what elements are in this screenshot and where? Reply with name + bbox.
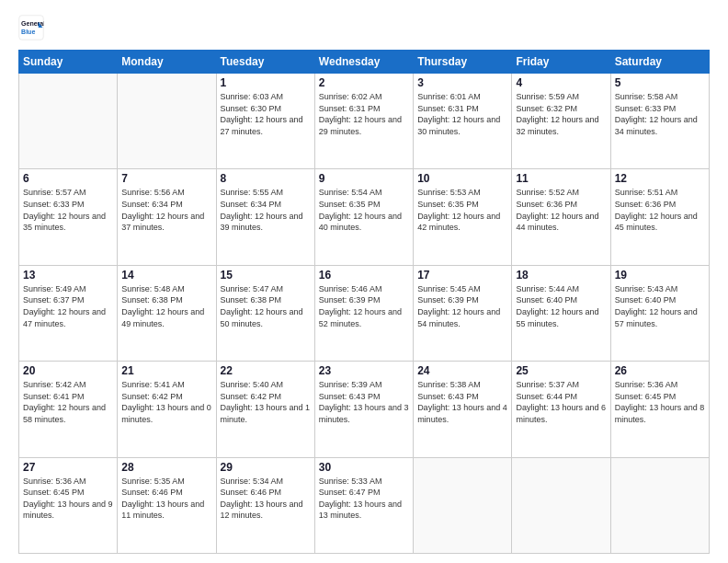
day-info: Sunrise: 5:44 AM Sunset: 6:40 PM Dayligh… (516, 283, 606, 329)
calendar-cell: 4Sunrise: 5:59 AM Sunset: 6:32 PM Daylig… (512, 74, 610, 169)
day-info: Sunrise: 5:40 AM Sunset: 6:42 PM Dayligh… (221, 379, 311, 425)
day-info: Sunrise: 5:41 AM Sunset: 6:42 PM Dayligh… (121, 379, 211, 425)
day-number: 22 (221, 364, 311, 377)
day-number: 17 (417, 269, 507, 282)
day-number: 14 (121, 269, 211, 282)
day-info: Sunrise: 5:55 AM Sunset: 6:34 PM Dayligh… (221, 187, 311, 233)
calendar-cell: 14Sunrise: 5:48 AM Sunset: 6:38 PM Dayli… (118, 265, 216, 361)
day-number: 1 (221, 76, 311, 89)
day-number: 4 (516, 76, 606, 89)
calendar-week-row: 27Sunrise: 5:36 AM Sunset: 6:45 PM Dayli… (19, 457, 710, 553)
day-info: Sunrise: 5:35 AM Sunset: 6:46 PM Dayligh… (121, 476, 211, 522)
day-number: 20 (23, 364, 113, 377)
header: General Blue (18, 15, 710, 40)
day-info: Sunrise: 5:56 AM Sunset: 6:34 PM Dayligh… (121, 187, 211, 233)
calendar-cell: 24Sunrise: 5:38 AM Sunset: 6:43 PM Dayli… (414, 362, 512, 457)
day-number: 24 (417, 364, 507, 377)
calendar-cell: 12Sunrise: 5:51 AM Sunset: 6:36 PM Dayli… (610, 169, 709, 265)
svg-text:Blue: Blue (21, 29, 35, 35)
calendar-cell: 11Sunrise: 5:52 AM Sunset: 6:36 PM Dayli… (512, 169, 610, 265)
calendar-cell (118, 74, 216, 169)
day-info: Sunrise: 5:46 AM Sunset: 6:39 PM Dayligh… (319, 283, 409, 329)
day-number: 27 (23, 461, 113, 474)
weekday-header-friday: Friday (512, 51, 610, 74)
day-number: 11 (516, 172, 606, 185)
calendar-cell: 3Sunrise: 6:01 AM Sunset: 6:31 PM Daylig… (414, 74, 512, 169)
day-number: 21 (121, 364, 211, 377)
day-number: 3 (417, 76, 507, 89)
calendar-cell (610, 457, 709, 553)
weekday-header-monday: Monday (118, 51, 216, 74)
calendar-week-row: 1Sunrise: 6:03 AM Sunset: 6:30 PM Daylig… (19, 74, 710, 169)
day-number: 7 (121, 172, 211, 185)
calendar-cell (19, 74, 118, 169)
calendar-cell: 23Sunrise: 5:39 AM Sunset: 6:43 PM Dayli… (314, 362, 413, 457)
day-info: Sunrise: 5:43 AM Sunset: 6:40 PM Dayligh… (615, 283, 705, 329)
day-info: Sunrise: 6:02 AM Sunset: 6:31 PM Dayligh… (319, 91, 409, 137)
day-number: 29 (221, 461, 311, 474)
day-number: 6 (23, 172, 113, 185)
calendar-cell (414, 457, 512, 553)
day-info: Sunrise: 5:53 AM Sunset: 6:35 PM Dayligh… (417, 187, 507, 233)
day-number: 28 (121, 461, 211, 474)
day-info: Sunrise: 5:45 AM Sunset: 6:39 PM Dayligh… (417, 283, 507, 329)
calendar-cell: 22Sunrise: 5:40 AM Sunset: 6:42 PM Dayli… (216, 362, 314, 457)
logo: General Blue (18, 15, 44, 40)
calendar-cell: 20Sunrise: 5:42 AM Sunset: 6:41 PM Dayli… (19, 362, 118, 457)
calendar-cell: 21Sunrise: 5:41 AM Sunset: 6:42 PM Dayli… (118, 362, 216, 457)
calendar-cell: 10Sunrise: 5:53 AM Sunset: 6:35 PM Dayli… (414, 169, 512, 265)
day-info: Sunrise: 6:01 AM Sunset: 6:31 PM Dayligh… (417, 91, 507, 137)
day-info: Sunrise: 5:58 AM Sunset: 6:33 PM Dayligh… (615, 91, 705, 137)
logo-icon: General Blue (18, 15, 44, 40)
weekday-header-thursday: Thursday (414, 51, 512, 74)
calendar-cell: 17Sunrise: 5:45 AM Sunset: 6:39 PM Dayli… (414, 265, 512, 361)
day-number: 10 (417, 172, 507, 185)
day-number: 8 (221, 172, 311, 185)
day-info: Sunrise: 5:38 AM Sunset: 6:43 PM Dayligh… (417, 379, 507, 425)
day-info: Sunrise: 5:48 AM Sunset: 6:38 PM Dayligh… (121, 283, 211, 329)
day-number: 2 (319, 76, 409, 89)
calendar-cell: 27Sunrise: 5:36 AM Sunset: 6:45 PM Dayli… (19, 457, 118, 553)
weekday-header-wednesday: Wednesday (314, 51, 413, 74)
day-number: 30 (319, 461, 409, 474)
calendar-cell: 8Sunrise: 5:55 AM Sunset: 6:34 PM Daylig… (216, 169, 314, 265)
calendar-week-row: 20Sunrise: 5:42 AM Sunset: 6:41 PM Dayli… (19, 362, 710, 457)
day-info: Sunrise: 5:57 AM Sunset: 6:33 PM Dayligh… (23, 187, 113, 233)
day-info: Sunrise: 5:36 AM Sunset: 6:45 PM Dayligh… (615, 379, 705, 425)
weekday-header-row: SundayMondayTuesdayWednesdayThursdayFrid… (19, 51, 710, 74)
calendar-cell: 6Sunrise: 5:57 AM Sunset: 6:33 PM Daylig… (19, 169, 118, 265)
day-info: Sunrise: 5:36 AM Sunset: 6:45 PM Dayligh… (23, 476, 113, 522)
day-info: Sunrise: 5:42 AM Sunset: 6:41 PM Dayligh… (23, 379, 113, 425)
calendar-cell: 25Sunrise: 5:37 AM Sunset: 6:44 PM Dayli… (512, 362, 610, 457)
day-info: Sunrise: 5:49 AM Sunset: 6:37 PM Dayligh… (23, 283, 113, 329)
day-info: Sunrise: 5:59 AM Sunset: 6:32 PM Dayligh… (516, 91, 606, 137)
day-info: Sunrise: 5:52 AM Sunset: 6:36 PM Dayligh… (516, 187, 606, 233)
day-info: Sunrise: 5:51 AM Sunset: 6:36 PM Dayligh… (615, 187, 705, 233)
calendar-cell: 2Sunrise: 6:02 AM Sunset: 6:31 PM Daylig… (314, 74, 413, 169)
page: General Blue SundayMondayTuesdayWednesda… (0, 0, 728, 563)
calendar-week-row: 6Sunrise: 5:57 AM Sunset: 6:33 PM Daylig… (19, 169, 710, 265)
day-number: 26 (615, 364, 705, 377)
calendar-cell: 7Sunrise: 5:56 AM Sunset: 6:34 PM Daylig… (118, 169, 216, 265)
calendar-week-row: 13Sunrise: 5:49 AM Sunset: 6:37 PM Dayli… (19, 265, 710, 361)
day-number: 19 (615, 269, 705, 282)
calendar-cell: 15Sunrise: 5:47 AM Sunset: 6:38 PM Dayli… (216, 265, 314, 361)
day-number: 12 (615, 172, 705, 185)
day-number: 13 (23, 269, 113, 282)
calendar-cell: 29Sunrise: 5:34 AM Sunset: 6:46 PM Dayli… (216, 457, 314, 553)
calendar-cell: 13Sunrise: 5:49 AM Sunset: 6:37 PM Dayli… (19, 265, 118, 361)
calendar-cell: 9Sunrise: 5:54 AM Sunset: 6:35 PM Daylig… (314, 169, 413, 265)
day-number: 16 (319, 269, 409, 282)
day-info: Sunrise: 5:37 AM Sunset: 6:44 PM Dayligh… (516, 379, 606, 425)
day-number: 25 (516, 364, 606, 377)
day-info: Sunrise: 6:03 AM Sunset: 6:30 PM Dayligh… (221, 91, 311, 137)
weekday-header-sunday: Sunday (19, 51, 118, 74)
day-number: 15 (221, 269, 311, 282)
day-info: Sunrise: 5:34 AM Sunset: 6:46 PM Dayligh… (221, 476, 311, 522)
calendar-cell: 16Sunrise: 5:46 AM Sunset: 6:39 PM Dayli… (314, 265, 413, 361)
day-info: Sunrise: 5:54 AM Sunset: 6:35 PM Dayligh… (319, 187, 409, 233)
calendar-cell: 19Sunrise: 5:43 AM Sunset: 6:40 PM Dayli… (610, 265, 709, 361)
day-number: 23 (319, 364, 409, 377)
calendar-table: SundayMondayTuesdayWednesdayThursdayFrid… (18, 50, 710, 554)
day-number: 5 (615, 76, 705, 89)
